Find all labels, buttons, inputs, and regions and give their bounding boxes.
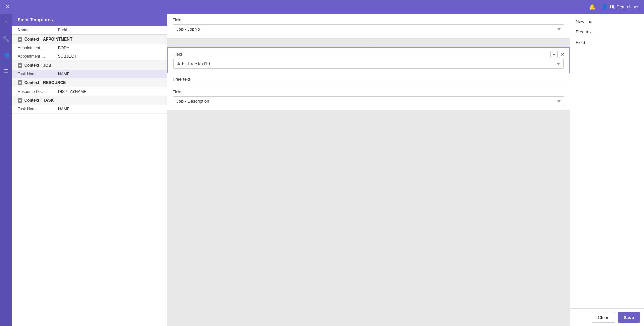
template-name: Task Name — [18, 72, 58, 76]
bell-icon[interactable]: 🔔 — [589, 4, 596, 10]
context-task-header: ■ Context : TASK — [12, 96, 167, 105]
icon-sidebar: ⌂ 🔧 👥 ☰ — [0, 14, 12, 326]
context-job-icon: ■ — [18, 63, 22, 68]
context-resource: ■ Context : RESOURCE Resource Dis... DIS… — [12, 78, 167, 96]
option-free-text[interactable]: Free text — [570, 27, 644, 37]
save-button[interactable]: Save — [618, 312, 640, 323]
template-row[interactable]: Task Name NAME — [12, 105, 167, 114]
template-row[interactable]: Appointment ... SUBJECT — [12, 52, 167, 61]
context-resource-header: ■ Context : RESOURCE — [12, 78, 167, 87]
add-field-button[interactable]: + — [550, 51, 558, 58]
field-block-3-label: Field — [173, 90, 564, 94]
template-row-active[interactable]: Task Name NAME — [12, 70, 167, 78]
freetext-block: Free text — [167, 73, 570, 85]
context-appointment-header: ■ Context : APPOINTMENT — [12, 35, 167, 44]
template-field: NAME — [58, 72, 162, 76]
field-block-1-row: Job - JobNo Job - FreeText10 Job - Descr… — [173, 24, 564, 34]
center-panel: Field Job - JobNo Job - FreeText10 Job -… — [167, 14, 570, 326]
context-job-header: ■ Context : JOB — [12, 61, 167, 70]
field-block-1: Field Job - JobNo Job - FreeText10 Job -… — [167, 14, 570, 39]
template-row[interactable]: Resource Dis... DISPLAYNAME — [12, 87, 167, 96]
field-select-3[interactable]: Job - JobNo Job - FreeText10 Job - Descr… — [173, 96, 564, 106]
left-panel-header: Field Templates — [12, 14, 167, 26]
context-appointment: ■ Context : APPOINTMENT Appointment ... … — [12, 35, 167, 61]
template-field: NAME — [58, 107, 162, 111]
field-block-active-row: Job - JobNo Job - FreeText10 Job - Descr… — [173, 59, 564, 69]
field-block-3: Field Job - JobNo Job - FreeText10 Job -… — [167, 85, 570, 110]
field-block-1-label: Field — [173, 18, 564, 22]
nav-settings-icon[interactable]: ☰ — [1, 66, 11, 76]
field-select-1[interactable]: Job - JobNo Job - FreeText10 Job - Descr… — [173, 24, 564, 34]
remove-field-button[interactable]: ✕ — [559, 51, 566, 58]
context-task: ■ Context : TASK Task Name NAME — [12, 96, 167, 114]
nav-wrench-icon[interactable]: 🔧 — [1, 34, 11, 43]
freetext-label: Free text — [173, 77, 190, 82]
right-panel-footer: Clear Save — [570, 308, 644, 326]
nav-team-icon[interactable]: 👥 — [1, 50, 11, 59]
col-name-header: Name — [18, 28, 58, 32]
user-info: 👤 Hi, Demo User — [601, 4, 639, 10]
field-select-active[interactable]: Job - JobNo Job - FreeText10 Job - Descr… — [173, 59, 564, 69]
user-label: Hi, Demo User — [610, 4, 639, 9]
context-job-label: Context : JOB — [24, 63, 51, 68]
content-area: Field Job - JobNo Job - FreeText10 Job -… — [167, 14, 644, 326]
context-appointment-icon: ■ — [18, 37, 22, 42]
field-block-active-label: Field — [173, 52, 564, 57]
option-new-line[interactable]: New line — [570, 16, 644, 27]
column-headers: Name Field — [12, 26, 167, 35]
template-name: Resource Dis... — [18, 89, 58, 94]
field-block-actions: + ✕ — [550, 51, 566, 58]
template-name: Task Name — [18, 107, 58, 111]
context-appointment-label: Context : APPOINTMENT — [24, 37, 72, 42]
nav-home-icon[interactable]: ⌂ — [1, 18, 11, 27]
context-resource-icon: ■ — [18, 80, 22, 85]
right-panel-options: New line Free text Field — [570, 14, 644, 308]
template-field: SUBJECT — [58, 54, 162, 59]
clear-button[interactable]: Clear — [592, 312, 615, 323]
context-task-label: Context : TASK — [24, 98, 54, 103]
context-resource-label: Context : RESOURCE — [24, 80, 66, 85]
template-row[interactable]: Appointment ... BODY — [12, 44, 167, 52]
template-name: Appointment ... — [18, 54, 58, 59]
template-field: DISPLAYNAME — [58, 89, 162, 94]
field-block-3-row: Job - JobNo Job - FreeText10 Job - Descr… — [173, 96, 564, 106]
context-task-icon: ■ — [18, 98, 22, 103]
left-panel-content: ■ Context : APPOINTMENT Appointment ... … — [12, 35, 167, 326]
context-job: ■ Context : JOB Task Name NAME — [12, 61, 167, 78]
left-panel: Field Templates Name Field ■ Context : A… — [12, 14, 167, 326]
right-panel: New line Free text Field Clear Save — [570, 14, 644, 326]
separator: - — [167, 39, 570, 47]
template-field: BODY — [58, 46, 162, 50]
topbar: ✕ 🔔 👤 Hi, Demo User — [0, 0, 644, 14]
field-block-active: + ✕ Field Job - JobNo Job - FreeText10 J… — [167, 47, 570, 73]
option-field[interactable]: Field — [570, 37, 644, 48]
col-field-header: Field — [58, 28, 162, 32]
close-icon[interactable]: ✕ — [5, 3, 10, 10]
user-icon: 👤 — [601, 4, 608, 10]
template-name: Appointment ... — [18, 46, 58, 50]
